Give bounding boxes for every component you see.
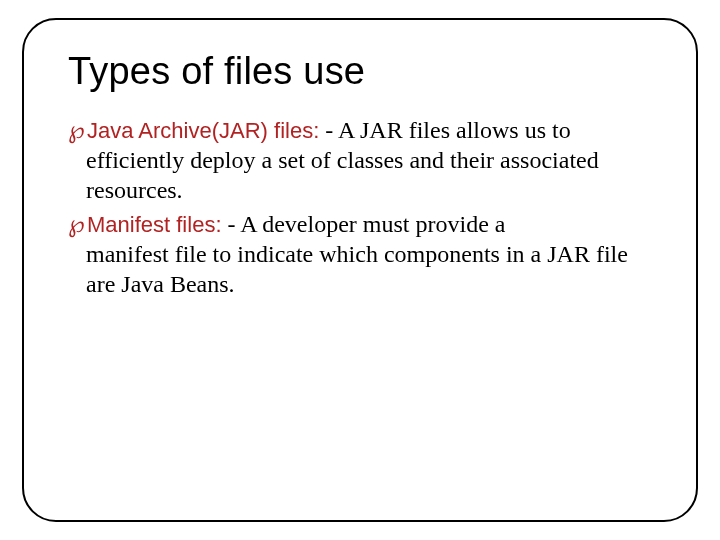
bullet-icon: ℘ xyxy=(68,115,85,145)
slide-title: Types of files use xyxy=(68,50,652,93)
item-label: Manifest files: xyxy=(87,212,222,237)
item-text-first: - A developer must provide a xyxy=(228,211,506,237)
item-text-rest: manifest file to indicate which componen… xyxy=(86,239,652,299)
bullet-icon: ℘ xyxy=(68,209,85,239)
item-text-first: - A JAR files allows us to xyxy=(325,117,570,143)
list-item: ℘Java Archive(JAR) files: - A JAR files … xyxy=(68,115,652,205)
slide: Types of files use ℘Java Archive(JAR) fi… xyxy=(0,0,720,540)
slide-frame: Types of files use ℘Java Archive(JAR) fi… xyxy=(22,18,698,522)
item-text-rest: efficiently deploy a set of classes and … xyxy=(86,145,652,205)
item-label: Java Archive(JAR) files: xyxy=(87,118,319,143)
slide-body: ℘Java Archive(JAR) files: - A JAR files … xyxy=(68,115,652,299)
list-item: ℘Manifest files: - A developer must prov… xyxy=(68,209,652,299)
